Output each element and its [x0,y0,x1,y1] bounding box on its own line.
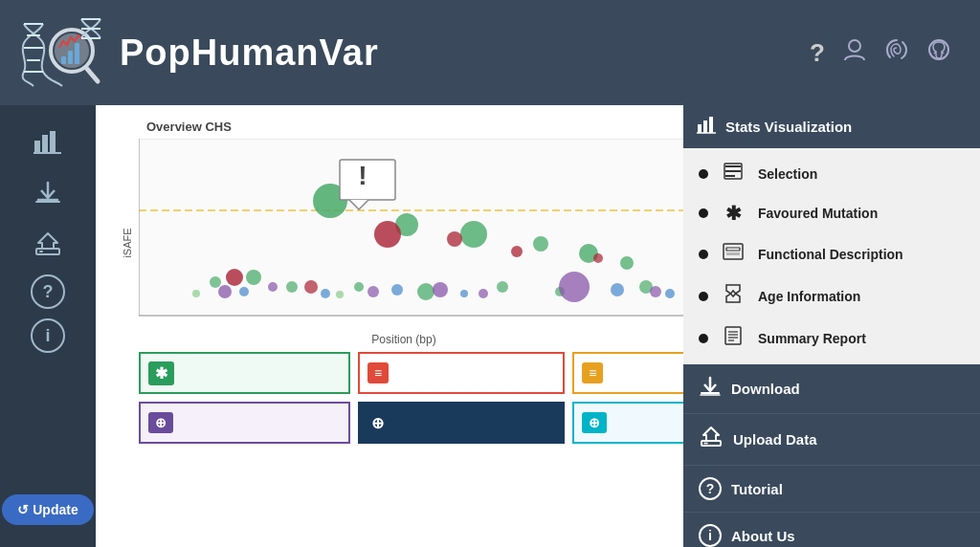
svg-rect-66 [703,120,707,133]
svg-point-52 [304,280,318,294]
filter-input-list-orange[interactable] [609,366,683,381]
svg-text:!: ! [358,161,367,190]
svg-rect-65 [698,124,702,133]
chart-svg: ! [139,139,683,325]
filter-icon-list-red: ≡ [368,362,389,383]
svg-point-35 [354,282,364,292]
bullet-age [699,292,708,301]
selection-icon [722,163,745,185]
sidebar-info-icon[interactable]: i [31,318,65,353]
svg-rect-18 [34,141,40,152]
header-toolbar: ? [810,37,961,68]
svg-point-43 [433,282,448,297]
menu-item-selection[interactable]: Selection [683,154,980,193]
svg-point-53 [239,287,249,296]
menu-item-age-info[interactable]: Age Information [683,274,980,317]
filter-input-layers-purple[interactable] [179,416,341,430]
bullet-favoured [699,208,708,218]
action-btn-upload[interactable]: Upload Data [683,414,980,466]
center-content: Overview CHS iSAFE [96,105,683,547]
svg-rect-67 [709,117,713,133]
svg-point-57 [611,283,624,296]
svg-point-46 [650,286,661,297]
svg-point-36 [417,283,434,300]
svg-point-15 [929,40,948,59]
svg-point-28 [460,221,487,248]
filter-box-list-orange[interactable]: ≡ [572,352,683,394]
svg-point-55 [391,284,403,295]
filter-box-asterisk[interactable]: ✱ [139,352,350,394]
svg-point-33 [246,270,261,285]
left-sidebar: ? i ↺ Update [0,105,96,547]
sidebar-stats-icon[interactable] [24,120,72,162]
filter-icon-asterisk: ✱ [148,361,174,385]
action-btn-tutorial-label: Tutorial [731,481,783,497]
svg-point-37 [497,281,508,293]
svg-point-29 [533,236,548,252]
action-btn-about-label: About Us [731,528,795,544]
sidebar-upload-icon[interactable] [24,223,72,265]
svg-point-40 [218,285,232,298]
action-btn-about[interactable]: i About Us [683,513,980,547]
upload-action-icon [699,426,724,453]
filter-box-layers-dark[interactable]: ⊕ [358,402,565,444]
svg-point-31 [620,256,634,270]
svg-point-48 [374,221,401,248]
filter-grid: ✱ ≡ ≡ ⊕ ⊕ ⊕ [139,352,669,444]
right-sidebar: Stats Visualization Selection [683,105,980,547]
github-header-icon[interactable] [926,37,951,68]
action-btn-tutorial[interactable]: ? Tutorial [683,466,980,513]
chart-title: Overview CHS [139,115,669,139]
svg-rect-76 [725,327,741,344]
svg-point-34 [286,281,298,293]
bullet-functional [699,250,708,259]
help-header-icon[interactable]: ? [810,38,825,68]
filter-input-asterisk[interactable] [180,366,341,381]
right-menu-list: Selection ✱ Favoured Mutation Functio [683,148,980,364]
filter-icon-layers-cyan: ⊕ [582,412,607,433]
svg-point-32 [210,276,221,288]
menu-item-selection-label: Selection [758,166,817,182]
menu-item-functional[interactable]: Functional Description [683,233,980,274]
right-section-header-label: Stats Visualization [725,119,852,135]
tutorial-icon: ? [699,477,722,500]
svg-rect-20 [50,131,56,152]
svg-point-47 [226,269,243,286]
about-icon: i [699,524,722,547]
svg-point-51 [593,253,603,263]
svg-line-10 [87,69,98,81]
filter-icon-list-orange: ≡ [582,362,603,383]
action-btn-download-label: Download [731,381,800,397]
action-btn-download[interactable]: Download [683,364,980,414]
menu-item-summary[interactable]: Summary Report [683,317,980,359]
filter-box-layers-purple[interactable]: ⊕ [139,402,350,444]
svg-rect-19 [42,135,48,152]
filter-input-layers-dark[interactable] [393,416,555,430]
svg-rect-75 [726,252,740,255]
summary-report-icon [722,326,745,350]
filter-box-layers-cyan[interactable]: ⊕ [572,402,683,444]
svg-point-45 [559,272,590,302]
svg-point-50 [511,246,523,257]
svg-rect-9 [75,43,79,64]
chart-y-label: iSAFE [122,228,133,257]
user-header-icon[interactable] [842,37,867,68]
chart-container: iSAFE [139,139,669,346]
menu-item-summary-label: Summary Report [758,331,866,346]
sidebar-help-icon[interactable]: ? [31,274,65,309]
fingerprint-header-icon[interactable] [884,37,909,68]
menu-item-age-label: Age Information [758,289,860,304]
action-btn-upload-label: Upload Data [733,431,817,448]
filter-input-layers-cyan[interactable] [612,416,683,430]
download-action-icon [699,376,722,402]
svg-point-41 [268,282,278,292]
filter-input-list-red[interactable] [394,366,555,381]
svg-rect-74 [726,248,740,251]
svg-point-54 [321,289,330,298]
app-title: PopHumanVar [120,33,379,74]
menu-item-favoured-mutation[interactable]: ✱ Favoured Mutation [683,193,980,233]
sidebar-download-icon[interactable] [24,171,72,213]
filter-icon-layers-purple: ⊕ [148,412,173,433]
update-button[interactable]: ↺ Update [2,494,93,525]
filter-box-list-red[interactable]: ≡ [358,352,565,394]
